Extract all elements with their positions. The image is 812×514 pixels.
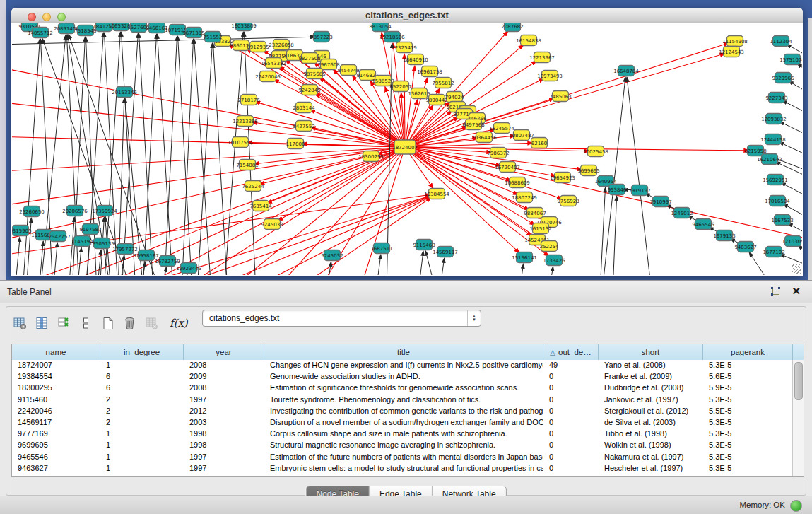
graph-edge[interactable] <box>12 136 405 147</box>
graph-node[interactable]: 1677102 <box>763 247 784 257</box>
graph-node[interactable]: 2087682 <box>501 23 523 32</box>
graph-node[interactable]: 9875685 <box>303 69 325 79</box>
window-titlebar[interactable]: citations_edges.txt <box>11 8 803 23</box>
graph-edge[interactable] <box>182 39 194 275</box>
graph-node[interactable]: 2803144 <box>293 103 315 113</box>
graph-node[interactable]: 12923446 <box>176 263 201 274</box>
graph-edge[interactable] <box>613 196 617 275</box>
column-header-short[interactable]: short <box>599 344 703 360</box>
graph-node[interactable]: 20206576 <box>62 206 88 216</box>
graph-node[interactable]: 9242845 <box>298 85 320 95</box>
close-panel-icon[interactable]: ✕ <box>792 285 801 298</box>
graph-node[interactable]: 9245032 <box>321 250 343 261</box>
graph-node[interactable]: 16961758 <box>417 66 442 77</box>
graph-node[interactable]: 15136141 <box>512 252 537 263</box>
graph-edge[interactable] <box>627 77 652 275</box>
graph-edge[interactable] <box>288 197 432 275</box>
graph-edge[interactable] <box>97 250 101 275</box>
table-selector-dropdown[interactable]: citations_edges.txt ▲▼ <box>202 310 481 327</box>
graph-edge[interactable] <box>404 54 405 147</box>
table-row[interactable]: 2242004622012Investigating the contribut… <box>12 406 793 417</box>
graph-node[interactable]: 12325419 <box>392 42 417 53</box>
table-vertical-scrollbar[interactable] <box>792 360 804 476</box>
graph-node[interactable]: 12124543 <box>719 47 744 57</box>
graph-node[interactable]: 16154838 <box>516 35 541 46</box>
graph-node[interactable]: 7919197 <box>628 185 650 196</box>
graph-node[interactable]: 7625244 <box>242 181 264 192</box>
graph-edge[interactable] <box>549 267 553 275</box>
graph-node[interactable]: 12093832 <box>761 114 787 124</box>
graph-edge[interactable] <box>789 81 802 103</box>
graph-node[interactable]: 16033809 <box>231 23 257 31</box>
delete-table-icon-disabled[interactable] <box>142 314 160 332</box>
table-row[interactable]: 1938455462009Genome-wide association stu… <box>12 371 793 382</box>
graph-node[interactable]: 993846 <box>608 185 627 195</box>
table-row[interactable]: 969969511998Structural magnetic resonanc… <box>12 440 793 451</box>
graph-node[interactable]: 10973493 <box>537 71 563 81</box>
graph-node[interactable]: 1733426 <box>543 255 565 266</box>
graph-node[interactable]: 1167533 <box>771 215 793 226</box>
graph-node[interactable]: 12444158 <box>760 134 786 145</box>
graph-node[interactable]: 9465546 <box>692 219 714 230</box>
column-header-in_degree[interactable]: in_degree <box>100 344 184 360</box>
table-row[interactable]: 1830029562008Estimation of significance … <box>12 382 793 394</box>
column-header-pagerank[interactable]: pagerank <box>703 344 793 360</box>
graph-edge[interactable] <box>245 197 431 275</box>
graph-edge[interactable] <box>162 267 166 275</box>
graph-edge[interactable] <box>122 33 138 275</box>
graph-edge[interactable] <box>143 34 157 275</box>
table-row[interactable]: 1872400712008Changes of HCN gene express… <box>12 360 793 371</box>
graph-node[interactable]: 15751074 <box>779 54 802 65</box>
function-builder-icon[interactable]: f(x) <box>170 317 188 329</box>
row-height-icon[interactable] <box>76 314 95 332</box>
table-options-icon[interactable] <box>11 314 29 332</box>
graph-node[interactable]: 15692951 <box>763 175 788 185</box>
graph-node[interactable]: 7910997 <box>649 197 671 207</box>
graph-edge[interactable] <box>122 32 136 275</box>
column-header-year[interactable]: year <box>184 344 264 360</box>
graph-node[interactable]: 16648784 <box>613 66 639 76</box>
graph-node[interactable]: 8813054 <box>369 23 392 32</box>
delete-trash-icon[interactable] <box>120 314 139 332</box>
table-row[interactable]: 1456911722003Disruption of a novel membe… <box>12 417 793 428</box>
scrollbar-thumb[interactable] <box>794 362 803 400</box>
graph-node[interactable]: 18724007 <box>392 140 418 154</box>
graph-node[interactable]: 117006 <box>286 139 305 149</box>
table-row[interactable]: 911546021997Tourette syndrome. Phenomeno… <box>12 395 793 406</box>
graph-node[interactable]: 12213967 <box>529 52 555 63</box>
graph-node[interactable]: 11154908 <box>722 36 748 47</box>
graph-node[interactable]: 6522057 <box>389 81 411 92</box>
graph-node[interactable]: 7485063 <box>549 91 571 102</box>
graph-edge[interactable] <box>183 274 187 275</box>
graph-edge[interactable] <box>213 43 228 275</box>
select-columns-icon[interactable] <box>54 314 73 332</box>
graph-node[interactable]: 9699695 <box>577 165 599 176</box>
graph-node[interactable]: 1245012 <box>671 208 693 218</box>
graph-edge[interactable] <box>15 237 20 275</box>
graph-node[interactable]: 1210305 <box>782 236 802 247</box>
graph-node[interactable]: 1687511 <box>370 243 392 254</box>
graph-node[interactable]: 10688609 <box>505 177 530 188</box>
graph-node[interactable]: 8427552 <box>293 121 314 132</box>
graph-node[interactable]: 9671385 <box>182 28 204 38</box>
graph-node[interactable]: 6497568 <box>462 119 484 130</box>
graph-node[interactable]: 751552 <box>204 32 223 42</box>
graph-node[interactable]: 25260650 <box>19 206 45 217</box>
graph-node[interactable]: 252254 <box>540 241 559 252</box>
column-chooser-icon[interactable] <box>33 314 51 332</box>
graph-node[interactable]: 14569117 <box>433 247 458 257</box>
graph-node[interactable]: 9463627 <box>734 242 756 252</box>
graph-node[interactable]: 9245033 <box>261 219 283 230</box>
graph-edge[interactable] <box>600 187 606 275</box>
graph-node[interactable]: 10025458 <box>583 146 608 157</box>
network-graph[interactable]: 1872400771638228860128891293523226058982… <box>12 23 802 275</box>
graph-edge[interactable] <box>797 64 802 86</box>
graph-node[interactable]: 7955812 <box>432 78 454 88</box>
graph-edge[interactable] <box>178 36 192 275</box>
graph-node[interactable]: 8912935 <box>247 42 269 52</box>
graph-node[interactable]: 16720407 <box>495 162 520 173</box>
column-header-name[interactable]: name <box>12 344 100 360</box>
table-panel-header[interactable]: Table Panel ✕ <box>0 281 812 303</box>
graph-edge[interactable] <box>779 142 802 163</box>
graph-edge[interactable] <box>278 147 405 221</box>
